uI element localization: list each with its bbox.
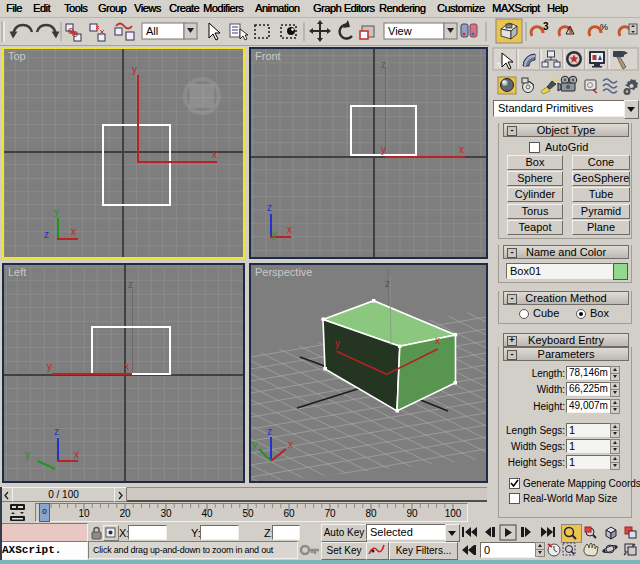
svg-text:All: All: [146, 25, 158, 37]
svg-text:y: y: [335, 338, 340, 349]
svg-text:Perspective: Perspective: [255, 266, 312, 278]
svg-text:z: z: [385, 278, 390, 289]
svg-text:View: View: [388, 25, 412, 37]
svg-text:x: x: [435, 335, 440, 346]
svg-text:y: y: [252, 439, 257, 450]
svg-text:%: %: [600, 22, 608, 32]
svg-text:3: 3: [543, 21, 549, 32]
svg-text:z: z: [267, 426, 272, 437]
svg-text:x: x: [288, 439, 293, 450]
